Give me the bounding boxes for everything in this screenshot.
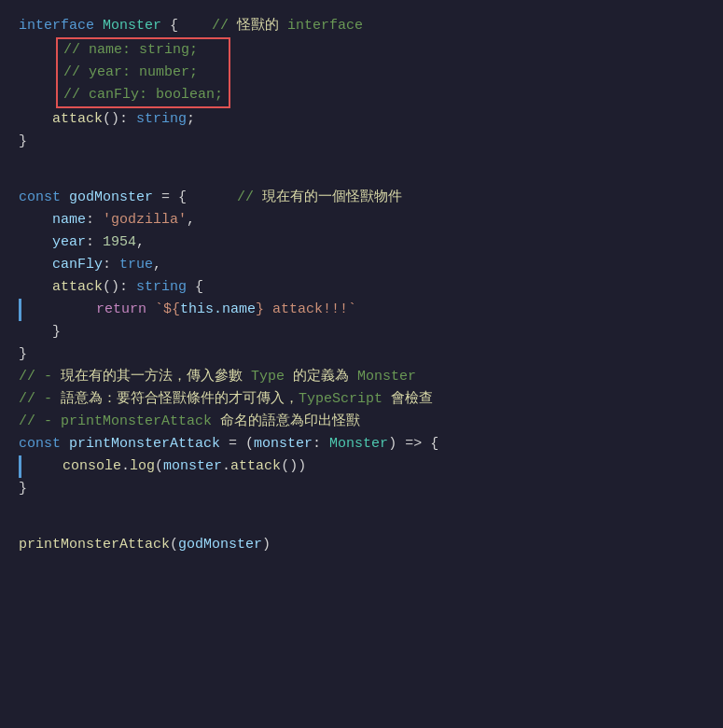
spacer-1 [19,153,704,170]
line-comment-2: // - 語意為：要符合怪獸條件的才可傳入，TypeScript 會檢查 [19,388,704,411]
line-13: } [19,321,704,343]
line-5: attack (): string ; [19,108,704,131]
line-comment-1: // - 現在有的其一方法，傳入參數 Type 的定義為 Monster [19,366,704,388]
line-14: } [19,343,704,366]
line-close-func: } [19,478,704,500]
line-9: year : 1954 , [19,231,704,254]
code-block: interface Monster { // 怪獸的 interface // … [0,0,723,728]
line-comment-3: // - printMonsterAttack 命名的語意為印出怪獸 [19,411,704,433]
type-monster: Monster [103,15,161,37]
line-4: // canFly: boolean; [63,84,223,106]
line-12: return `${this.name} attack!!!` [19,299,704,321]
line-6: } [19,131,704,153]
line-3: // year: number; [63,62,223,84]
spacer-3 [19,500,704,517]
spacer-4 [19,517,704,534]
line-10: canFly : true , [19,254,704,276]
line-call: printMonsterAttack ( godMonster ) [19,534,704,556]
line-console: console . log ( monster . attack ()) [19,455,704,478]
line-11: attack (): string { [19,276,704,299]
line-print-func: const printMonsterAttack = ( monster : M… [19,433,704,455]
line-2: // name: string; [63,39,223,62]
comment-1: // [212,15,237,37]
line-1: interface Monster { // 怪獸的 interface [19,15,704,37]
line-7: const godMonster = { // 現在有的一個怪獸物件 [19,187,704,209]
keyword-interface: interface [19,15,94,37]
highlighted-comments: // name: string; // year: number; // can… [56,37,230,108]
line-8: name : 'godzilla' , [19,209,704,231]
spacer-2 [19,170,704,187]
